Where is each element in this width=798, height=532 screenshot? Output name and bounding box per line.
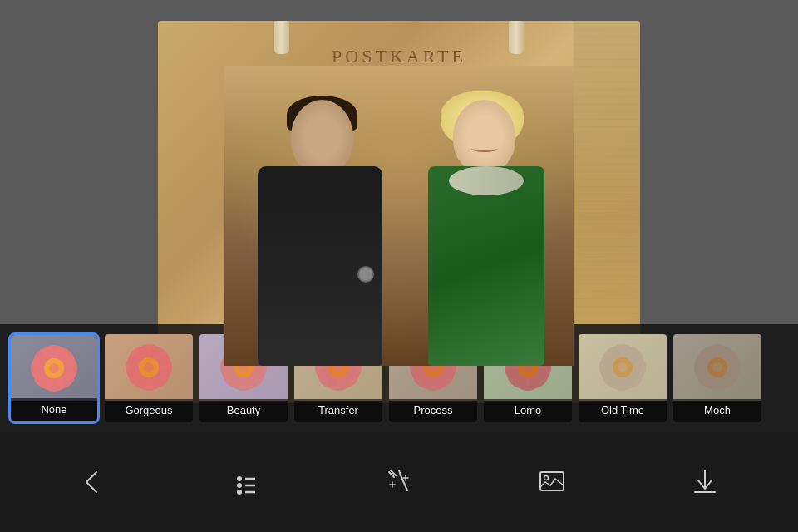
postcard-label: Postkarte [332, 46, 466, 67]
female-head [453, 100, 515, 173]
filter-label-beauty: Beauty [200, 399, 288, 422]
figure-male [241, 83, 407, 366]
clip-left [274, 21, 289, 54]
filter-item-moch[interactable]: Moch [672, 332, 763, 424]
filter-label-oldtime: Old Time [579, 399, 667, 422]
svg-point-95 [544, 476, 549, 480]
filter-label-process: Process [389, 399, 477, 422]
clip-right [509, 21, 524, 54]
filter-label-lomo: Lomo [484, 399, 572, 422]
svg-point-69 [618, 362, 628, 372]
svg-point-9 [49, 363, 59, 373]
svg-point-84 [237, 490, 242, 495]
svg-point-19 [144, 362, 154, 372]
filter-item-none[interactable]: None [8, 332, 100, 424]
bottom-toolbar [0, 432, 798, 532]
filter-label-transfer: Transfer [294, 399, 382, 422]
male-body [258, 166, 382, 366]
couple-illustration [224, 66, 574, 366]
svg-point-81 [237, 483, 242, 488]
figure-female [407, 91, 565, 366]
female-body [428, 166, 544, 366]
filter-item-gorgeous[interactable]: Gorgeous [103, 332, 195, 424]
filter-item-oldtime[interactable]: Old Time [577, 332, 668, 424]
back-button[interactable] [68, 457, 118, 507]
filter-label-gorgeous: Gorgeous [105, 399, 193, 422]
filter-label-none: None [11, 398, 97, 421]
effects-button[interactable] [374, 457, 424, 507]
male-head [291, 100, 353, 175]
photo-frame: Postkarte [158, 21, 640, 403]
svg-point-79 [712, 362, 722, 372]
svg-point-80 [237, 476, 242, 481]
save-button[interactable] [680, 457, 730, 507]
layers-button[interactable] [221, 457, 271, 507]
frames-button[interactable] [527, 457, 577, 507]
couple-photo [224, 66, 574, 366]
filter-label-moch: Moch [673, 399, 761, 422]
svg-rect-94 [540, 472, 564, 490]
